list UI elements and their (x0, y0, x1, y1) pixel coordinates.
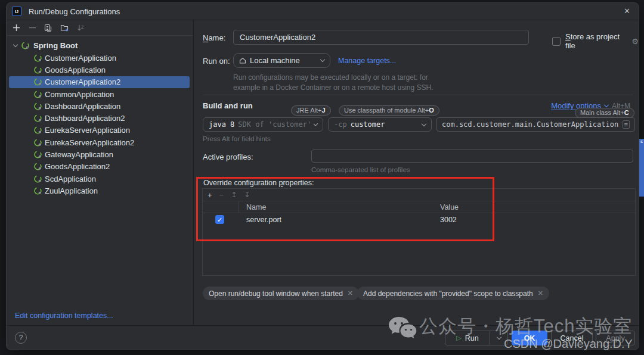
chevron-down-icon (320, 57, 325, 62)
spring-boot-icon (34, 102, 42, 110)
run-on-value: Local machine (250, 56, 300, 65)
tree-item-label: CommonApplication (45, 90, 114, 99)
remove-property-icon[interactable]: − (219, 191, 224, 200)
remove-icon[interactable] (27, 23, 37, 33)
dialog-title: Run/Debug Configurations (29, 7, 120, 16)
tree-root-spring-boot[interactable]: Spring Boot (7, 39, 193, 52)
chevron-down-icon[interactable] (13, 42, 18, 47)
manage-targets-link[interactable]: Manage targets... (338, 57, 396, 65)
apply-button[interactable]: Apply (596, 331, 635, 345)
tree-item-DashboardApplication2[interactable]: DashboardApplication2 (9, 112, 190, 124)
spring-boot-icon (34, 175, 42, 183)
sort-icon[interactable] (76, 23, 85, 33)
cp-flag: -cp (334, 120, 347, 129)
spring-boot-icon (34, 91, 42, 98)
tree-item-CommonApplication[interactable]: CommonApplication (9, 88, 190, 100)
add-property-icon[interactable]: + (208, 191, 212, 200)
close-icon[interactable]: ✕ (348, 289, 353, 297)
edit-configuration-templates-link[interactable]: Edit configuration templates... (15, 312, 113, 320)
tree-item-CustomerApplication2[interactable]: CustomerApplication2 (9, 76, 190, 88)
jre-detail: SDK of 'customer' mo (238, 120, 310, 129)
chevron-down-icon (313, 122, 318, 126)
spring-boot-icon (34, 78, 42, 86)
strip-label: s (640, 139, 643, 144)
run-split-button[interactable]: ▷ Run (445, 331, 508, 345)
tag-open-run-tool-window[interactable]: Open run/debug tool window when started … (203, 287, 359, 300)
gear-icon[interactable]: ⚙ (631, 37, 639, 46)
ok-button[interactable]: OK (512, 331, 547, 345)
run-on-select[interactable]: Local machine (233, 53, 330, 68)
tree-item-EurekaServerApplication[interactable]: EurekaServerApplication (9, 124, 190, 136)
tree-item-GoodsApplication2[interactable]: GoodsApplication2 (9, 161, 190, 173)
column-divider (239, 201, 239, 213)
help-icon[interactable]: ? (15, 332, 27, 344)
new-folder-icon[interactable] (60, 23, 69, 33)
spring-boot-icon (34, 139, 42, 147)
name-input-value: CustomerApplication2 (240, 33, 315, 42)
store-as-project-file-group: Store as project file ⚙ (552, 32, 639, 50)
cancel-button[interactable]: Cancel (551, 331, 593, 345)
tree-item-label: CustomerApplication2 (45, 77, 120, 86)
table-toolbar: + − ↥ ↧ (203, 189, 635, 201)
move-up-icon[interactable]: ↥ (231, 191, 237, 199)
row-enabled-checkbox[interactable]: ✓ (215, 215, 224, 224)
tree-item-ZuulApplication[interactable]: ZuulApplication (9, 185, 190, 197)
spring-boot-icon (34, 163, 42, 170)
property-name-cell: server.port (246, 216, 281, 224)
run-dropdown-chevron[interactable] (490, 331, 507, 345)
tree-item-label: CustomerApplication (45, 54, 116, 63)
run-on-label: Run on: (203, 57, 230, 66)
close-icon[interactable]: ✕ (624, 7, 630, 15)
classpath-hint-pill: Use classpath of module Alt+O (339, 105, 439, 116)
spring-boot-icon (34, 151, 42, 158)
tree-item-label: ZuulApplication (45, 186, 98, 195)
tree-item-label: EurekaServerApplication (45, 126, 130, 135)
tree-item-label: DashboardApplication (45, 102, 120, 111)
name-label: Name: (203, 33, 225, 42)
tag-provided-scope[interactable]: Add dependencies with "provided" scope t… (357, 287, 549, 300)
chevron-down-icon (422, 121, 426, 126)
main-class-value: com.scd.customer.main.CustomerApplicatio… (442, 120, 618, 129)
store-as-project-file-checkbox[interactable] (552, 37, 561, 46)
tree-item-EurekaServerApplication2[interactable]: EurekaServerApplication2 (9, 136, 190, 148)
column-header-value[interactable]: Value (440, 203, 459, 211)
tree-item-label: DashboardApplication2 (45, 114, 125, 123)
column-header-name[interactable]: Name (246, 203, 266, 211)
tree-root-label: Spring Boot (33, 41, 78, 50)
dialog-footer: ? ▷ Run OK Cancel Apply (7, 325, 639, 350)
table-row[interactable]: ✓ server.port 3002 (203, 213, 635, 226)
close-icon[interactable]: ✕ (538, 289, 543, 297)
spring-boot-icon (21, 42, 29, 49)
active-profiles-input[interactable] (311, 150, 633, 163)
override-properties-label: Override configuration properties: (203, 179, 314, 187)
cp-value: customer (351, 120, 385, 129)
move-down-icon[interactable]: ↧ (244, 191, 250, 199)
classpath-select[interactable]: -cp customer (328, 117, 432, 132)
spring-boot-icon (34, 54, 42, 62)
tree-item-GatewayApplication[interactable]: GatewayApplication (9, 148, 190, 160)
tree-item-label: GatewayApplication (45, 150, 113, 159)
copy-icon[interactable] (44, 23, 53, 33)
browse-class-icon[interactable]: ≡ (623, 120, 630, 129)
main-class-hint-pill: Main class Alt+C (575, 108, 634, 118)
tree-item-GoodsApplication[interactable]: GoodsApplication (9, 64, 190, 76)
play-icon: ▷ (456, 334, 461, 342)
spring-boot-icon (34, 187, 42, 195)
add-icon[interactable] (11, 23, 21, 33)
active-profiles-hint: Comma-separated list of profiles (311, 166, 410, 173)
tree-item-label: EurekaServerApplication2 (45, 138, 134, 147)
tree-item-ScdApplication[interactable]: ScdApplication (9, 173, 190, 185)
home-icon (239, 57, 246, 64)
name-input[interactable]: CustomerApplication2 (233, 30, 529, 45)
tree-item-CustomerApplication[interactable]: CustomerApplication (9, 52, 190, 64)
main-class-input[interactable]: com.scd.customer.main.CustomerApplicatio… (436, 117, 635, 132)
spring-boot-icon (34, 126, 42, 134)
tag-label: Open run/debug tool window when started (209, 289, 343, 298)
run-button-label: Run (465, 334, 479, 342)
run-on-help-text: Run configurations may be executed local… (233, 73, 434, 93)
table-header-row: Name Value (203, 201, 635, 213)
configuration-form: Name: CustomerApplication2 Store as proj… (194, 20, 639, 325)
jre-select[interactable]: java 8 SDK of 'customer' mo (203, 117, 323, 132)
tree-item-DashboardApplication[interactable]: DashboardApplication (9, 100, 190, 112)
tag-label: Add dependencies with "provided" scope t… (363, 289, 533, 298)
